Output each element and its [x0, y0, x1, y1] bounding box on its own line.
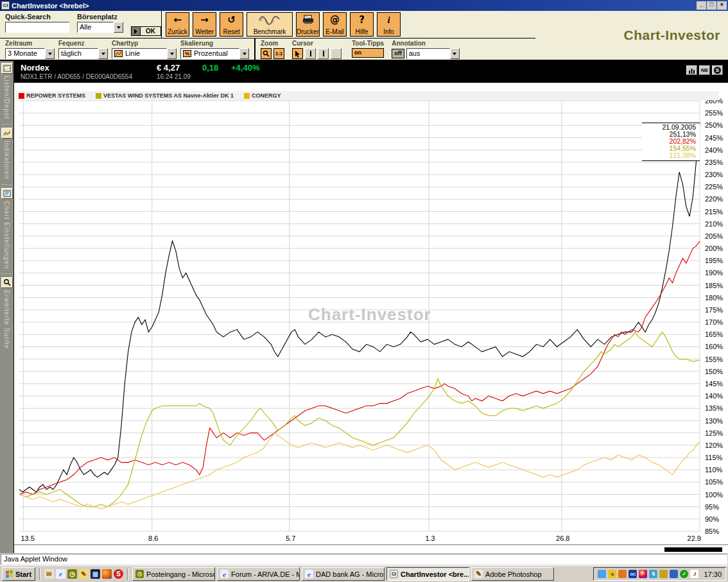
chevron-down-icon[interactable] [167, 48, 177, 59]
lock-icon[interactable] [659, 570, 668, 578]
charttyp-label: Charttyp [112, 40, 177, 47]
chevron-down-icon[interactable] [114, 22, 123, 33]
crosshair-v2-icon[interactable] [318, 48, 329, 59]
hand-icon[interactable] [618, 570, 627, 578]
info-button[interactable]: i Info [377, 12, 401, 37]
ie-icon[interactable]: e [56, 569, 65, 579]
svg-text:175%: 175% [705, 306, 723, 314]
svg-text:190%: 190% [705, 269, 723, 277]
portfolio-icon[interactable] [1, 63, 13, 74]
svg-text:220%: 220% [705, 195, 723, 203]
magnifier-icon[interactable] [261, 48, 272, 59]
bar-chart-icon[interactable] [686, 65, 697, 75]
taskbar-task-photoshop[interactable]: ✎ Adobe Photoshop [471, 567, 554, 581]
divider [254, 39, 256, 60]
brand-area: Chart-Investor [535, 11, 728, 61]
news-icon[interactable]: NE [699, 65, 710, 75]
sidebar-item-chart-einstellungen[interactable]: Chart Einstellungen [1, 188, 13, 271]
restore-button[interactable]: □ [707, 1, 716, 10]
skalierung-select[interactable]: %Prozentual [180, 48, 249, 59]
help-icon: ? [359, 14, 365, 26]
minimize-button[interactable]: _ [697, 1, 706, 10]
boersenplatz-select[interactable]: Alle [77, 22, 123, 33]
nav-buttons: ← Zurück → Weiter ↺ Reset Benchmark [162, 11, 403, 38]
chart-settings-icon[interactable] [1, 188, 13, 199]
dc-icon[interactable]: DC [628, 570, 637, 578]
taskbar-task-dad-bank[interactable]: e DAD bank AG - Microsof... [302, 567, 385, 581]
chevron-down-icon[interactable] [450, 48, 460, 59]
java-icon[interactable]: J [690, 570, 698, 578]
weiter-button[interactable]: → Weiter [193, 12, 216, 37]
messenger-icon[interactable]: S [114, 569, 123, 579]
reset-button[interactable]: ↺ Reset [220, 12, 243, 37]
tooltipps-toggle[interactable]: on [352, 48, 384, 58]
pen-icon[interactable]: ✎ [79, 569, 89, 579]
zeitraum-select[interactable]: 3 Monate [5, 48, 55, 59]
svg-text:225%: 225% [705, 183, 723, 191]
charttyp-select[interactable]: Linie [112, 48, 177, 59]
system-tray: s DC ↯ ✓ J 17:30 [593, 567, 726, 581]
sidebar-item-listen-depot[interactable]: Listen/Depot [1, 63, 13, 122]
quote-time: 16:24 21.09 [157, 73, 191, 80]
crosshair-v-icon[interactable] [305, 48, 316, 59]
email-button[interactable]: @ E-Mail [323, 12, 347, 37]
chart-hscrollbar[interactable] [14, 544, 728, 553]
chevron-down-icon[interactable] [98, 48, 108, 59]
svg-text:100%: 100% [705, 491, 723, 499]
chevron-down-icon[interactable] [239, 48, 249, 59]
arrow-left-icon: ← [173, 14, 182, 26]
java-applet-warning: Java Applet Window [1, 554, 727, 565]
benchmark-button[interactable]: Benchmark [247, 12, 293, 37]
advanced-search-icon[interactable] [1, 277, 13, 288]
calculator-icon[interactable]: ▦ [91, 569, 100, 579]
svg-text:22.9: 22.9 [688, 535, 701, 542]
chevron-down-icon[interactable] [45, 48, 55, 59]
zurueck-button[interactable]: ← Zurück [166, 12, 189, 37]
reset-icon: ↺ [227, 14, 236, 26]
chartinvestor-task-icon: CI [390, 570, 398, 578]
settings-icon[interactable]: S [712, 65, 723, 75]
svg-text:26.8: 26.8 [556, 535, 569, 542]
close-button[interactable]: × [717, 1, 727, 10]
svg-text:105%: 105% [705, 478, 723, 486]
svg-text:145%: 145% [705, 380, 723, 388]
frequenz-select[interactable]: täglich [58, 48, 108, 59]
cursor-blank-icon[interactable] [331, 48, 342, 59]
cursor-arrow-icon[interactable] [292, 48, 303, 59]
quick-search-input[interactable] [5, 22, 69, 33]
play-icon[interactable] [131, 26, 141, 36]
frequenz-label: Fequenz [58, 40, 108, 47]
annotation-toggle[interactable]: off [392, 49, 404, 58]
change-percent: +4,40% [231, 63, 259, 73]
msn-icon[interactable] [598, 570, 606, 578]
lightning-icon[interactable]: s [608, 570, 616, 578]
user-icon[interactable] [670, 570, 678, 578]
sidebar-item-erweiterte-suche[interactable]: Erweiterte Suche [1, 277, 13, 352]
taskbar-task-chartinvestor[interactable]: CI ChartInvestor <bre... [386, 567, 469, 581]
outlook-icon[interactable]: ✉ [44, 569, 54, 579]
taskbar-task-forum-ariva[interactable]: e Forum - ARIVA.DE - Mic ... [217, 567, 300, 581]
search-pane: Quick-Search Börsenplatz Alle OK [0, 11, 162, 38]
crosshair-tooltip: 21.09.2005 251,13% 202,82% 154,55% 121,3… [642, 123, 700, 161]
start-button[interactable]: Start [2, 567, 35, 581]
chart-panel[interactable]: 85%90%95%100%105%110%115%120%125%130%135… [14, 83, 728, 553]
hilfe-button[interactable]: ? Hilfe [350, 12, 374, 37]
ok-button[interactable]: OK [141, 26, 161, 36]
annotation-select[interactable]: aus [406, 48, 460, 59]
photoshop-task-icon: ✎ [474, 570, 483, 578]
sync-icon[interactable]: ↯ [649, 570, 657, 578]
zoom-1-1-button[interactable]: 1:1 [273, 48, 284, 59]
instrument-identifiers: NDX1.ETR / A0D655 / DE000A0D6554 [21, 73, 132, 80]
sidebar-item-indikatoren[interactable]: Indikatoren [1, 128, 13, 182]
orb-icon[interactable] [639, 570, 647, 578]
svg-text:5.7: 5.7 [286, 535, 295, 542]
taskbar-task-posteingang[interactable]: ◷ Posteingang - Microsoft ... [132, 567, 215, 581]
schedule-icon[interactable]: ◷ [67, 569, 77, 579]
indicators-icon[interactable] [1, 128, 13, 139]
drucker-button[interactable]: Drucker [296, 12, 320, 37]
firefox-icon[interactable] [102, 569, 112, 579]
svg-text:90%: 90% [705, 515, 719, 523]
top-toolbars: Quick-Search Börsenplatz Alle OK [0, 11, 728, 61]
scrollbar-thumb[interactable] [664, 547, 722, 552]
shield-check-icon[interactable]: ✓ [680, 570, 688, 578]
